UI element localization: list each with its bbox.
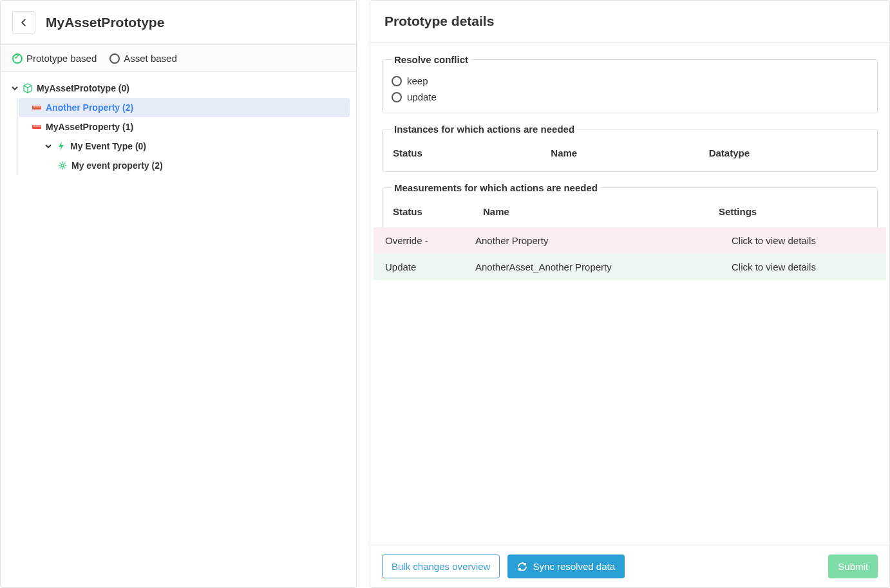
cell-name: AnotherAsset_Another Property: [473, 261, 729, 272]
section-legend: Resolve conflict: [392, 54, 471, 65]
col-status: Status: [393, 206, 483, 217]
radio-unchecked-icon: [392, 92, 402, 102]
left-header: MyAssetPrototype: [1, 1, 356, 44]
submit-button[interactable]: Submit: [828, 555, 878, 578]
left-panel: MyAssetPrototype Prototype based Asset b…: [0, 0, 357, 588]
section-legend: Measurements for which actions are neede…: [392, 182, 600, 193]
gear-icon: [57, 160, 68, 171]
resolve-conflict-section: Resolve conflict keep update: [382, 54, 878, 113]
cell-status: Override -: [383, 235, 473, 246]
details-title: Prototype details: [384, 14, 875, 29]
instances-section: Instances for which actions are needed S…: [382, 124, 878, 172]
tab-prototype-based[interactable]: Prototype based: [12, 53, 97, 64]
cube-icon: [23, 83, 33, 93]
col-name: Name: [483, 206, 719, 217]
radio-unchecked-icon: [109, 53, 120, 64]
section-legend: Instances for which actions are needed: [392, 124, 577, 135]
col-datatype: Datatype: [709, 147, 867, 158]
bulk-changes-button[interactable]: Bulk changes overview: [382, 555, 500, 578]
tab-label: Prototype based: [26, 53, 97, 64]
tree-node-my-event-property[interactable]: My event property (2): [19, 156, 350, 175]
tree-label: Another Property (2): [46, 102, 133, 113]
right-panel: Prototype details Resolve conflict keep …: [370, 0, 890, 588]
measurements-header-row: Status Name Settings: [392, 201, 868, 222]
cell-settings: Click to view details: [729, 261, 877, 272]
sync-resolved-button[interactable]: Sync resolved data: [507, 555, 625, 578]
button-label: Bulk changes overview: [392, 561, 490, 572]
measurement-row[interactable]: UpdateAnotherAsset_Another PropertyClick…: [374, 254, 886, 280]
tab-asset-based[interactable]: Asset based: [109, 53, 177, 64]
tree-view: MyAssetPrototype (0) Another Property (2…: [1, 72, 356, 587]
resolve-keep-option[interactable]: keep: [392, 73, 868, 89]
cell-settings: Click to view details: [729, 235, 877, 246]
tree-node-root[interactable]: MyAssetPrototype (0): [7, 79, 350, 98]
resolve-update-option[interactable]: update: [392, 89, 868, 105]
instances-header-row: Status Name Datatype: [392, 142, 868, 164]
tree-label: MyAssetPrototype (0): [37, 83, 129, 93]
col-status: Status: [393, 147, 551, 158]
tab-label: Asset based: [124, 53, 177, 64]
page-title: MyAssetPrototype: [46, 15, 164, 30]
chevron-down-icon: [11, 85, 19, 91]
svg-point-10: [61, 164, 64, 167]
measurements-section: Measurements for which actions are neede…: [382, 182, 878, 273]
tree-node-another-property[interactable]: Another Property (2): [19, 98, 350, 117]
footer-bar: Bulk changes overview Sync resolved data…: [370, 545, 889, 587]
tree-label: MyAssetProperty (1): [46, 122, 133, 132]
tree-label: My event property (2): [71, 160, 163, 171]
radio-checked-icon: [12, 53, 23, 64]
chevron-down-icon: [44, 143, 52, 149]
tree-node-my-event-type[interactable]: My Event Type (0): [19, 137, 350, 156]
right-body: Resolve conflict keep update Instances f…: [370, 43, 889, 545]
col-settings: Settings: [719, 206, 867, 217]
right-header: Prototype details: [370, 1, 889, 43]
tree-node-my-asset-property[interactable]: MyAssetProperty (1): [19, 117, 350, 137]
radio-label: keep: [407, 75, 428, 86]
back-button[interactable]: [12, 11, 35, 34]
refresh-icon: [517, 562, 527, 572]
radio-label: update: [407, 91, 437, 102]
tree-label: My Event Type (0): [70, 141, 146, 151]
ruler-icon: [32, 102, 42, 113]
cell-name: Another Property: [473, 235, 729, 246]
bolt-icon: [56, 141, 66, 151]
ruler-icon: [32, 122, 42, 132]
measurement-row[interactable]: Override -Another PropertyClick to view …: [374, 227, 886, 254]
measurements-body: Override -Another PropertyClick to view …: [383, 227, 877, 280]
tab-bar: Prototype based Asset based: [1, 44, 356, 72]
radio-unchecked-icon: [392, 76, 402, 86]
cell-status: Update: [383, 261, 473, 272]
chevron-left-icon: [19, 18, 28, 27]
button-label: Sync resolved data: [533, 561, 615, 572]
button-label: Submit: [838, 561, 868, 572]
col-name: Name: [551, 147, 708, 158]
